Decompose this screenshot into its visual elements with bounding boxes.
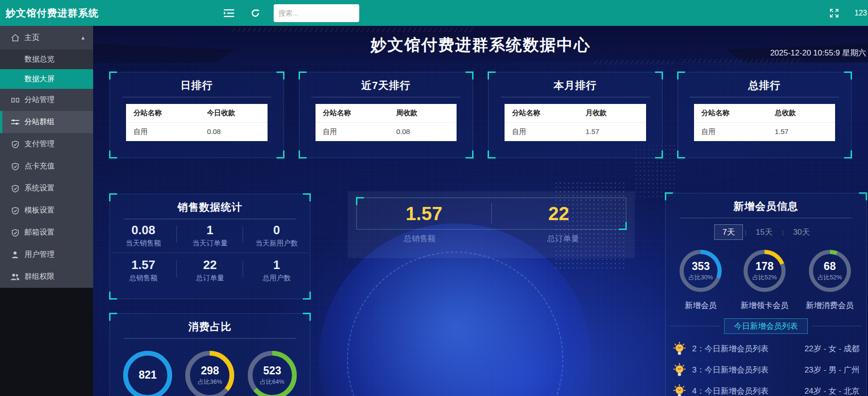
today-member-list-button[interactable]: 今日新增会员列表 <box>724 318 808 334</box>
rank-card-month: 本月排行 分站名称 月收款 自用 1.57 <box>488 72 663 158</box>
topbar-right: 123 <box>826 5 868 21</box>
topbar: 妙文馆付费进群系统 123 <box>0 0 868 26</box>
site-value: 1.57 <box>767 123 835 141</box>
rank-card-title: 近7天排行 <box>300 72 473 93</box>
member-list-header: 今日新增会员列表 <box>671 318 861 334</box>
rank-card-week: 近7天排行 分站名称 周收款 自用 0.08 <box>299 72 473 158</box>
tab-7-days[interactable]: 7天 <box>714 224 742 240</box>
sidebar-item-label: 用户管理 <box>24 250 55 260</box>
stat-today-orders: 1 当天订单量 <box>177 219 244 252</box>
table-row: 自用 1.57 <box>694 123 836 141</box>
sidebar-item-group-permissions[interactable]: 群组权限 <box>0 266 93 288</box>
user-icon <box>10 251 20 258</box>
sidebar-item-site-manage[interactable]: 分站管理 <box>0 89 93 111</box>
sidebar-item-site-groups[interactable]: 分站群组 <box>0 111 93 133</box>
total-sales-value: 1.57 <box>357 203 491 224</box>
column-header: 月收款 <box>578 104 646 122</box>
dashboard-title: 妙文馆付费进群系统数据中心 <box>93 26 868 63</box>
column-header: 分站名称 <box>694 104 767 122</box>
windows-icon <box>10 97 20 103</box>
site-value: 0.08 <box>389 123 457 141</box>
refresh-icon[interactable] <box>247 5 263 21</box>
users-icon <box>10 273 20 280</box>
sidebar-item-label: 主页 <box>24 33 39 43</box>
stat-total-orders: 22 总订单量 <box>177 254 244 286</box>
list-item: 4：今日新增会员列表 24岁 - 女 - 北京 <box>672 382 860 396</box>
column-header: 周收款 <box>389 104 457 122</box>
sidebar-item-payment[interactable]: 支付管理 <box>0 133 93 155</box>
app-title: 妙文馆付费进群系统 <box>0 7 221 20</box>
site-name: 自用 <box>694 123 767 141</box>
caret-up-icon: ▲ <box>80 35 86 40</box>
ranking-cards-row: 日排行 分站名称 今日收款 自用 0.08 近7天排行 分站名称 周收款 <box>110 72 852 158</box>
table-row: 自用 0.08 <box>126 123 268 141</box>
tab-15-days[interactable]: 15天 <box>748 225 780 239</box>
member-list: 2：今日新增会员列表 22岁 - 女 - 成都 3：今日新增会员列表 23岁 -… <box>672 340 860 396</box>
username[interactable]: 123 <box>854 9 867 17</box>
totals-panel: 1.57 22 总销售额 总订单量 <box>348 191 635 258</box>
sidebar-item-template-settings[interactable]: 模板设置 <box>0 199 93 222</box>
dashboard-header: 妙文馆付费进群系统数据中心 2025-12-20 10:55:9 星期六 <box>93 26 868 62</box>
divider <box>690 97 839 97</box>
new-members-title: 新增会员信息 <box>666 193 866 214</box>
donut-card-members: 178占比52% 新增领卡会员 <box>741 248 789 311</box>
stat-today-sales: 0.08 当天销售额 <box>110 219 177 252</box>
rank-card-title: 本月排行 <box>489 72 662 93</box>
sidebar-item-label: 支付管理 <box>24 139 55 149</box>
totals-box: 1.57 22 <box>356 198 626 230</box>
stat-today-new-users: 0 当天新用户数 <box>243 219 310 252</box>
site-value: 0.08 <box>199 123 267 141</box>
sidebar-item-home[interactable]: 主页 ▲ <box>0 26 93 49</box>
column-header: 分站名称 <box>316 104 389 122</box>
column-header: 总收款 <box>767 104 835 122</box>
sidebar-item-user-manage[interactable]: 用户管理 <box>0 244 93 266</box>
list-item: 2：今日新增会员列表 22岁 - 女 - 成都 <box>672 340 860 357</box>
column-header: 今日收款 <box>199 104 267 122</box>
sales-stats-title: 销售数据统计 <box>110 194 310 214</box>
donut-chart: 523占比64% <box>246 349 299 396</box>
sidebar-item-system-settings[interactable]: 系统设置 <box>0 177 93 199</box>
divider <box>311 97 460 97</box>
globe-ring-decoration <box>347 252 563 396</box>
site-name: 自用 <box>316 123 389 141</box>
sidebar-item-label: 系统设置 <box>24 183 55 193</box>
bulb-icon <box>672 363 687 377</box>
dashboard-datetime: 2025-12-20 10:55:9 星期六 <box>770 48 866 58</box>
new-members-panel: 新增会员信息 7天 | 15天 | 30天 353占比30% 新增会员 178占… <box>665 193 867 396</box>
data-screen: 妙文馆付费进群系统数据中心 2025-12-20 10:55:9 星期六 日排行… <box>93 26 868 396</box>
donut-new-members: 353占比30% 新增会员 <box>678 248 723 311</box>
sidebar-menu: 主页 ▲ 数据总览 数据大屏 分站管理 分站群组 支付管理 <box>0 26 93 288</box>
sidebar-item-data-overview[interactable]: 数据总览 <box>0 49 93 69</box>
fullscreen-icon[interactable] <box>826 5 842 21</box>
divider <box>124 338 296 339</box>
sidebar-item-data-screen[interactable]: 数据大屏 <box>0 69 93 89</box>
sliders-icon <box>10 119 20 126</box>
stat-total-sales: 1.57 总销售额 <box>110 254 177 286</box>
collapse-menu-icon[interactable] <box>221 5 237 21</box>
donut-chart: 821 <box>121 349 174 396</box>
total-sales-label: 总销售额 <box>348 233 491 244</box>
table-row: 自用 1.57 <box>505 123 646 141</box>
sidebar-item-label: 数据大屏 <box>24 74 55 84</box>
site-name: 自用 <box>505 123 578 141</box>
table-row: 自用 0.08 <box>316 123 457 141</box>
shield-check-icon <box>10 229 20 237</box>
rank-table: 分站名称 周收款 自用 0.08 <box>316 104 457 141</box>
tab-30-days[interactable]: 30天 <box>786 225 818 239</box>
rank-table: 分站名称 总收款 自用 1.57 <box>694 104 836 141</box>
bulb-icon <box>672 384 687 396</box>
donut-label: 新增会员 <box>685 300 717 311</box>
sidebar-item-label: 点卡充值 <box>24 161 55 171</box>
donut-label: 新增消费会员 <box>806 300 854 311</box>
period-tabs: 7天 | 15天 | 30天 <box>666 224 866 240</box>
total-orders-value: 22 <box>492 203 626 224</box>
divider <box>122 97 271 97</box>
sidebar-item-card-recharge[interactable]: 点卡充值 <box>0 155 93 177</box>
search-input[interactable] <box>278 9 355 17</box>
shield-check-icon <box>10 163 20 170</box>
sidebar-item-email-settings[interactable]: 邮箱设置 <box>0 222 93 244</box>
bulb-icon <box>672 341 687 356</box>
sidebar-item-label: 分站管理 <box>24 95 55 105</box>
site-name: 自用 <box>126 123 199 141</box>
rank-card-title: 日排行 <box>110 72 284 93</box>
